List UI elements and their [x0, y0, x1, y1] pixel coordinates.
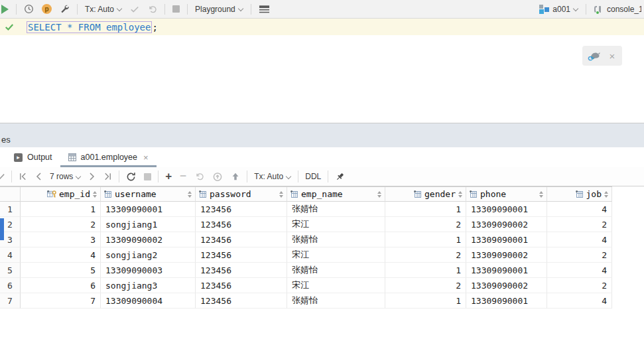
- cell-emp_name[interactable]: 张婧怡: [287, 232, 385, 247]
- cell-password[interactable]: 123456: [196, 293, 287, 309]
- cell-phone[interactable]: 13309090002: [466, 247, 547, 263]
- sql-editor[interactable]: SELECT * FROM employee; ⟳ ×: [0, 19, 644, 123]
- cell-job[interactable]: 2: [547, 247, 612, 263]
- cell-emp_id[interactable]: 7: [21, 293, 101, 309]
- cell-emp_id[interactable]: 1: [21, 202, 101, 217]
- cell-emp_name[interactable]: 张婧怡: [287, 293, 385, 309]
- cell-username[interactable]: 13309090001: [101, 202, 196, 217]
- console-selector[interactable]: console_1: [594, 5, 641, 14]
- close-tab-icon[interactable]: ×: [143, 153, 149, 163]
- rollback-button[interactable]: [147, 5, 157, 14]
- cell-phone[interactable]: 13309090001: [466, 263, 547, 278]
- column-header-job[interactable]: job: [547, 187, 612, 202]
- cell-password[interactable]: 123456: [196, 247, 287, 263]
- cell-username[interactable]: 13309090004: [101, 293, 196, 309]
- cell-gender[interactable]: 2: [385, 278, 466, 293]
- tab-output[interactable]: ▸ Output: [0, 147, 60, 167]
- cell-username[interactable]: 13309090002: [101, 232, 196, 247]
- cell-username[interactable]: songjiang1: [101, 217, 196, 232]
- cell-gender[interactable]: 1: [385, 232, 466, 247]
- in-editor-results-toggle[interactable]: [259, 5, 270, 14]
- cell-password[interactable]: 123456: [196, 263, 287, 278]
- column-header-emp_name[interactable]: emp_name: [287, 187, 385, 202]
- stop-button[interactable]: [172, 5, 180, 13]
- cell-emp_name[interactable]: 宋江: [287, 217, 385, 232]
- cell-gender[interactable]: 2: [385, 247, 466, 263]
- last-page-button[interactable]: [103, 173, 112, 180]
- cell-emp_id[interactable]: 6: [21, 278, 101, 293]
- cell-phone[interactable]: 13309090001: [466, 202, 547, 217]
- cell-emp_id[interactable]: 5: [21, 263, 101, 278]
- sort-arrows-icon[interactable]: [604, 191, 608, 198]
- cell-gender[interactable]: 1: [385, 202, 466, 217]
- cell-emp_name[interactable]: 张婧怡: [287, 263, 385, 278]
- cell-gender[interactable]: 1: [385, 293, 466, 309]
- add-row-button[interactable]: +: [165, 170, 172, 183]
- grid-corner-cell[interactable]: [0, 187, 21, 202]
- cell-job[interactable]: 2: [547, 278, 612, 293]
- row-number[interactable]: 5: [0, 263, 21, 278]
- cell-job[interactable]: 4: [547, 263, 612, 278]
- cell-emp_name[interactable]: 宋江: [287, 278, 385, 293]
- cell-phone[interactable]: 13309090002: [466, 217, 547, 232]
- row-number[interactable]: 6: [0, 278, 21, 293]
- sort-arrows-icon[interactable]: [188, 191, 192, 198]
- profile-badge-button[interactable]: p: [42, 4, 52, 14]
- ddl-button[interactable]: DDL: [305, 172, 321, 181]
- row-number[interactable]: 1: [0, 202, 21, 217]
- cell-password[interactable]: 123456: [196, 217, 287, 232]
- history-button[interactable]: [24, 4, 34, 14]
- pin-tab-button[interactable]: [335, 172, 345, 182]
- reload-button[interactable]: [126, 172, 136, 182]
- revert-button[interactable]: [194, 172, 204, 181]
- cell-emp_name[interactable]: 张婧怡: [287, 202, 385, 217]
- sort-arrows-icon[interactable]: [539, 191, 543, 198]
- cell-emp_id[interactable]: 4: [21, 247, 101, 263]
- cell-phone[interactable]: 13309090001: [466, 293, 547, 309]
- cell-phone[interactable]: 13309090002: [466, 278, 547, 293]
- cell-emp_id[interactable]: 2: [21, 217, 101, 232]
- page-size-dropdown[interactable]: 7 rows: [50, 172, 81, 181]
- sort-arrows-icon[interactable]: [377, 191, 381, 198]
- row-number[interactable]: 4: [0, 247, 21, 263]
- column-header-username[interactable]: username: [101, 187, 196, 202]
- cell-job[interactable]: 4: [547, 232, 612, 247]
- first-page-button[interactable]: [19, 173, 27, 180]
- run-button[interactable]: [0, 5, 9, 14]
- cell-emp_name[interactable]: 宋江: [287, 247, 385, 263]
- cell-username[interactable]: songjiang2: [101, 247, 196, 263]
- sort-arrows-icon[interactable]: [93, 191, 97, 198]
- toolwindow-stripe-indicator[interactable]: [0, 218, 4, 240]
- grid-tx-dropdown[interactable]: Tx: Auto: [254, 172, 291, 181]
- cell-gender[interactable]: 1: [385, 263, 466, 278]
- cell-username[interactable]: 13309090003: [101, 263, 196, 278]
- column-header-password[interactable]: password: [196, 187, 287, 202]
- sync-dolphin-icon[interactable]: ⟳: [590, 50, 602, 61]
- sql-statement[interactable]: SELECT * FROM employee;: [27, 22, 158, 33]
- next-page-button[interactable]: [89, 173, 96, 180]
- delete-row-button[interactable]: −: [180, 170, 186, 183]
- close-icon[interactable]: ×: [610, 51, 615, 61]
- commit-upload-button[interactable]: [231, 172, 240, 181]
- column-header-phone[interactable]: phone: [466, 187, 547, 202]
- cell-phone[interactable]: 13309090001: [466, 232, 547, 247]
- sort-arrows-icon[interactable]: [279, 191, 283, 198]
- cell-username[interactable]: songjiang3: [101, 278, 196, 293]
- cell-job[interactable]: 4: [547, 202, 612, 217]
- commit-button[interactable]: [130, 5, 139, 13]
- datasource-dropdown[interactable]: a001: [539, 5, 578, 14]
- row-number[interactable]: 7: [0, 293, 21, 309]
- settings-button[interactable]: [60, 4, 70, 14]
- column-header-emp_id[interactable]: emp_id: [21, 187, 101, 202]
- tx-mode-dropdown[interactable]: Tx: Auto: [85, 5, 122, 14]
- previous-page-button[interactable]: [35, 173, 42, 180]
- cell-password[interactable]: 123456: [196, 278, 287, 293]
- cell-job[interactable]: 4: [547, 293, 612, 309]
- tab-result-grid[interactable]: a001.employee ×: [60, 147, 157, 167]
- cell-password[interactable]: 123456: [196, 202, 287, 217]
- cell-emp_id[interactable]: 3: [21, 232, 101, 247]
- cell-password[interactable]: 123456: [196, 232, 287, 247]
- submit-button[interactable]: [212, 172, 223, 182]
- stop-query-button[interactable]: [144, 173, 151, 180]
- column-header-gender[interactable]: gender: [385, 187, 466, 202]
